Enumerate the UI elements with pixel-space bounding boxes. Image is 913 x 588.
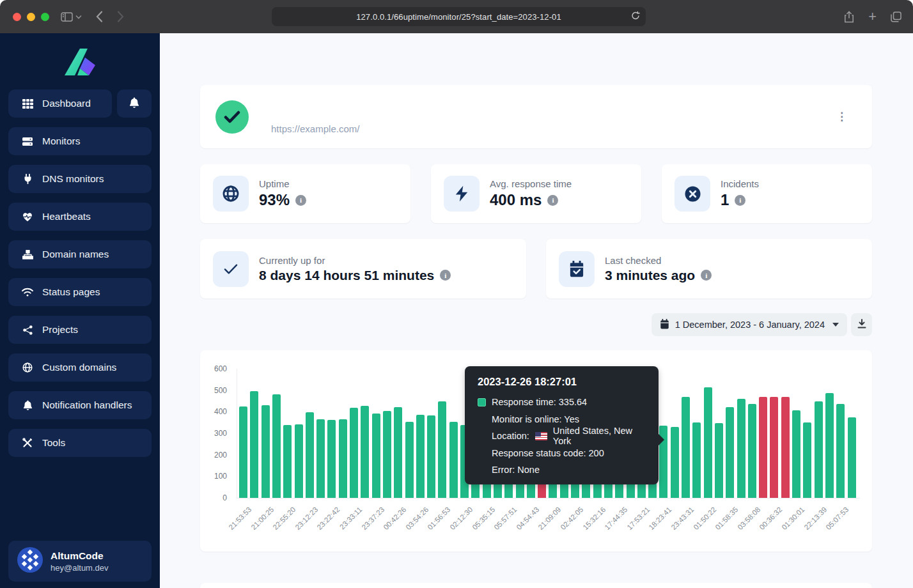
download-icon [857,319,866,331]
back-icon[interactable] [96,11,103,22]
chart-bar[interactable] [383,411,391,498]
sidebar-item-label: Domain names [42,249,109,260]
chart-bar[interactable] [283,425,292,498]
browser-toolbar: 127.0.0.1/66uptime/monitor/25?start_date… [0,0,913,33]
sidebar-item-label: DNS monitors [42,173,104,185]
info-icon[interactable]: i [440,270,451,281]
chart-bar[interactable] [748,404,756,498]
x-axis-label: 17:53:21 [625,506,651,531]
chart-bar[interactable] [815,401,823,498]
stat-label: Last checked [605,255,712,266]
screwdriver-wrench-icon [22,438,33,448]
account-card[interactable]: AltumCode hey@altum.dev [8,541,152,582]
chart-bar[interactable] [295,424,303,498]
chart-bar[interactable] [438,401,446,498]
x-axis-label: 22:13:39 [802,506,828,531]
tooltip-location-label: Location: [492,431,529,441]
info-icon[interactable]: i [735,195,745,206]
check-icon [213,251,249,287]
chart-bar[interactable] [704,387,712,498]
chart-bar-offline[interactable] [781,397,790,498]
stats-row-2: Currently up for 8 days 14 hours 51 minu… [200,239,872,298]
chart-bar-offline[interactable] [770,397,778,498]
sidebar-item-dns-monitors[interactable]: DNS monitors [8,165,152,193]
chart-bar[interactable] [250,391,258,498]
chart-bar[interactable] [427,415,435,498]
chart-bar[interactable] [394,407,402,498]
x-axis-line [237,498,860,499]
x-axis-label: 15:32:16 [581,506,607,531]
chart-bar[interactable] [350,408,358,498]
notifications-button[interactable] [117,89,152,118]
chart-bar[interactable] [737,399,745,498]
chart-bar[interactable] [372,414,380,498]
forward-icon [117,11,124,22]
sidebar-item-tools[interactable]: Tools [8,429,152,457]
address-bar[interactable]: 127.0.0.1/66uptime/monitor/25?start_date… [272,7,646,26]
chart-bar[interactable] [848,417,856,498]
minimize-window-button[interactable] [27,13,35,21]
new-tab-icon[interactable]: + [868,8,877,25]
download-button[interactable] [851,313,872,336]
y-axis-tick: 0 [200,493,227,502]
info-icon[interactable]: i [295,195,306,206]
sidebar-item-label: Tools [42,437,65,449]
sidebar-item-domain-names[interactable]: Domain names [8,240,152,268]
caret-down-icon [832,323,839,327]
reload-icon[interactable] [631,11,640,23]
chart-bar[interactable] [671,427,679,498]
sidebar-item-label: Projects [42,324,78,336]
sidebar-item-monitors[interactable]: Monitors [8,127,152,155]
chart-bar[interactable] [272,394,281,498]
chart-bar[interactable] [261,405,270,498]
tab-overview-icon[interactable] [891,12,901,22]
x-axis-label: 22:55:20 [272,506,297,531]
sidebar-item-dashboard[interactable]: Dashboard [8,89,112,118]
chart-bar[interactable] [405,422,414,498]
chart-bar[interactable] [316,419,325,498]
x-axis-label: 17:44:35 [604,506,629,531]
chart-bar[interactable] [726,407,734,498]
chart-bar[interactable] [239,406,247,498]
incidents-card: Incidents 1i [662,164,872,223]
browser-window: 127.0.0.1/66uptime/monitor/25?start_date… [0,0,913,588]
x-axis-label: 05:07:53 [825,506,850,531]
url-text: 127.0.0.1/66uptime/monitor/25?start_date… [356,12,561,22]
globe-icon [213,176,249,212]
date-range-label: 1 December, 2023 - 6 January, 2024 [675,320,825,330]
chart-bar[interactable] [327,420,336,498]
info-icon[interactable]: i [547,195,558,206]
chart-bar[interactable] [306,412,314,498]
chart-bar[interactable] [825,393,834,498]
chart-bar[interactable] [692,422,701,498]
chart-bar[interactable] [339,419,347,498]
sidebar-toggle-icon[interactable] [61,12,73,22]
y-axis-tick: 500 [200,386,227,395]
info-icon[interactable]: i [701,270,712,281]
chart-bar[interactable] [449,422,458,498]
chart-bar[interactable] [416,415,425,498]
close-window-button[interactable] [13,13,21,21]
chart-bar[interactable] [682,397,690,498]
x-axis-label: 21:09:09 [537,506,563,531]
sidebar-item-custom-domains[interactable]: Custom domains [8,353,152,382]
share-nodes-icon [22,325,33,335]
zoom-window-button[interactable] [41,13,49,21]
y-axis-line [237,369,237,498]
chart-bar[interactable] [836,404,845,498]
sidebar-item-heartbeats[interactable]: Heartbeats [8,203,152,231]
chart-bar[interactable] [803,422,811,498]
chart-bar[interactable] [715,423,723,498]
chart-bar-offline[interactable] [759,397,767,498]
share-icon[interactable] [844,11,854,23]
date-range-picker[interactable]: 1 December, 2023 - 6 January, 2024 [652,313,847,336]
sidebar-item-projects[interactable]: Projects [8,316,152,344]
tooltip-response-time: Response time: 335.64 [492,397,587,407]
sidebar-item-notification-handlers[interactable]: Notification handlers [8,391,152,419]
chart-bar[interactable] [361,406,369,498]
chart-bar[interactable] [792,410,800,498]
chevron-down-icon[interactable] [75,15,82,19]
x-axis-label: 23:22:42 [316,506,341,531]
kebab-menu-icon[interactable]: ⋮ [836,115,848,119]
sidebar-item-status-pages[interactable]: Status pages [8,278,152,306]
